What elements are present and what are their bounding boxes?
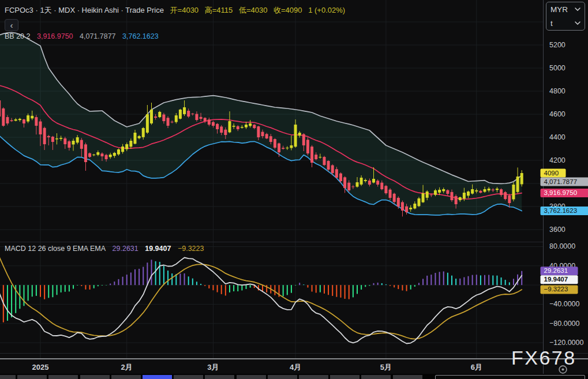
candle (504, 191, 507, 200)
ohlc-close: 收=4090 (274, 5, 302, 16)
scrollbar-segment[interactable] (17, 375, 47, 379)
trading-chart-app: 52005000480046004400420040003800360080.0… (0, 0, 588, 379)
chart-settings-box: MYR t (546, 2, 585, 31)
macd-hist-bar (143, 267, 144, 286)
macd-hist-bar (217, 285, 218, 292)
back-arrow-icon: ‹ (10, 20, 13, 30)
chart-canvas[interactable]: 52005000480046004400420040003800360080.0… (0, 0, 588, 379)
currency-dropdown[interactable]: MYR (546, 2, 585, 16)
axis-value-tag-bb-basis: 3,916.9750 (541, 189, 588, 197)
macd-hist-bar (365, 285, 366, 287)
macd-hist-bar (77, 285, 78, 286)
unit-value: t (550, 19, 553, 28)
price-tick-label: 4400 (549, 133, 565, 141)
axis-value-tag-macd-hist: 29.2631 (541, 267, 578, 275)
candle (343, 177, 346, 193)
macd-hist-bar (48, 285, 49, 298)
axis-value-tag-macd-line: 19.9407 (541, 275, 578, 284)
macd-hist-bar (381, 283, 383, 285)
macd-hist-bar (430, 275, 432, 285)
macd-hist-bar (377, 283, 379, 285)
macd-hist-bar (468, 276, 469, 285)
macd-hist-value: 29.2631 (113, 245, 138, 253)
scrollbar-segment[interactable] (268, 375, 297, 379)
macd-tick-label: −80.0000 (549, 320, 580, 328)
axis-value-tag-bb-lower: 3,762.1623 (541, 207, 588, 215)
macd-hist-bar (316, 285, 317, 292)
macd-hist-bar (513, 279, 514, 285)
scrollbar-segment[interactable] (0, 375, 16, 379)
scrollbar-segment[interactable] (299, 375, 328, 379)
macd-hist-bar (69, 285, 70, 291)
time-axis-label: 4月 (290, 363, 301, 372)
macd-hist-bar (299, 283, 300, 285)
scrollbar-segment[interactable] (205, 375, 234, 379)
macd-hist-bar (155, 261, 156, 285)
ohlc-high: 高=4115 (205, 5, 233, 16)
macd-hist-bar (171, 273, 173, 285)
back-button[interactable]: ‹ (5, 19, 18, 31)
svg-text:−9.3223: −9.3223 (544, 286, 568, 292)
macd-hist-bar (303, 284, 304, 285)
macd-hist-bar (122, 277, 123, 285)
scrollbar-segment[interactable] (80, 375, 110, 379)
chart-legend-title: FCPOc3 · 1天 · MDX · Heikin Ashi · Trade … (5, 5, 345, 16)
macd-hist-bar (241, 285, 242, 290)
macd-hist-bar (57, 285, 58, 295)
unit-dropdown[interactable]: t (546, 16, 585, 30)
macd-hist-bar (451, 276, 452, 285)
macd-hist-bar (402, 285, 403, 290)
macd-hist-bar (23, 285, 24, 306)
macd-hist-bar (422, 279, 424, 285)
chevron-down-icon (575, 7, 580, 11)
macd-indicator-legend[interactable]: MACD 12 26 close 9 EMA EMA 29.2631 19.94… (5, 245, 204, 253)
scrollbar-segment[interactable] (237, 375, 266, 379)
bottom-toolbar-box[interactable] (435, 375, 585, 379)
macd-hist-bar (320, 285, 321, 292)
macd-hist-bar (11, 285, 12, 317)
chevron-down-icon (575, 21, 580, 25)
scrollbar-segment[interactable] (111, 375, 141, 379)
svg-text:3,762.1623: 3,762.1623 (544, 207, 578, 214)
bb-indicator-legend[interactable]: BB 20 2 3,916.9750 4,071.7877 3,762.1623 (5, 32, 159, 40)
currency-value: MYR (550, 5, 568, 14)
axis-labels[interactable]: 52005000480046004400420040003800360080.0… (32, 41, 584, 372)
ohlc-change: 1 (+0.02%) (308, 6, 345, 14)
macd-hist-bar (61, 285, 62, 292)
time-axis-label: 6月 (471, 363, 482, 372)
macd-hist-bar (414, 285, 415, 287)
bb-upper-value: 4,071.7877 (80, 32, 116, 40)
macd-hist-bar (295, 285, 296, 286)
scrollbar-active-segment[interactable] (143, 375, 172, 379)
scrollbar-segment[interactable] (330, 375, 359, 379)
bb-basis-value: 3,916.9750 (37, 32, 73, 40)
macd-hist-bar (307, 285, 308, 287)
macd-hist-bar (291, 285, 292, 293)
candle (150, 103, 153, 125)
macd-hist-bar (184, 273, 185, 285)
macd-hist-bar (52, 285, 53, 297)
macd-hist-bar (336, 285, 337, 297)
macd-hist-bar (98, 285, 99, 286)
macd-hist-bar (344, 285, 346, 299)
axis-value-tag-macd-signal: −9.3223 (541, 285, 578, 294)
scrollbar-segment[interactable] (174, 375, 203, 379)
macd-tick-label: −120.0000 (549, 339, 583, 347)
macd-hist-bar (229, 285, 230, 292)
macd-hist-bar (85, 285, 86, 290)
macd-hist-bar (447, 273, 448, 285)
symbol-title: FCPOc3 · 1天 · MDX · Heikin Ashi · Trade … (5, 5, 164, 16)
price-tick-label: 5200 (549, 41, 565, 49)
macd-hist-bar (134, 269, 136, 285)
macd-hist-bar (488, 275, 489, 286)
macd-hist-bar (196, 282, 197, 285)
ohlc-low: 低=4030 (239, 5, 268, 16)
scrollbar-segment[interactable] (393, 375, 422, 379)
macd-hist-bar (208, 285, 209, 288)
scrollbar-segment[interactable] (48, 375, 78, 379)
macd-hist-bar (233, 285, 234, 291)
macd-line-value: 19.9407 (145, 245, 171, 253)
macd-hist-bar (118, 279, 119, 285)
scrollbar-segment[interactable] (361, 375, 391, 379)
macd-hist-bar (200, 284, 201, 285)
